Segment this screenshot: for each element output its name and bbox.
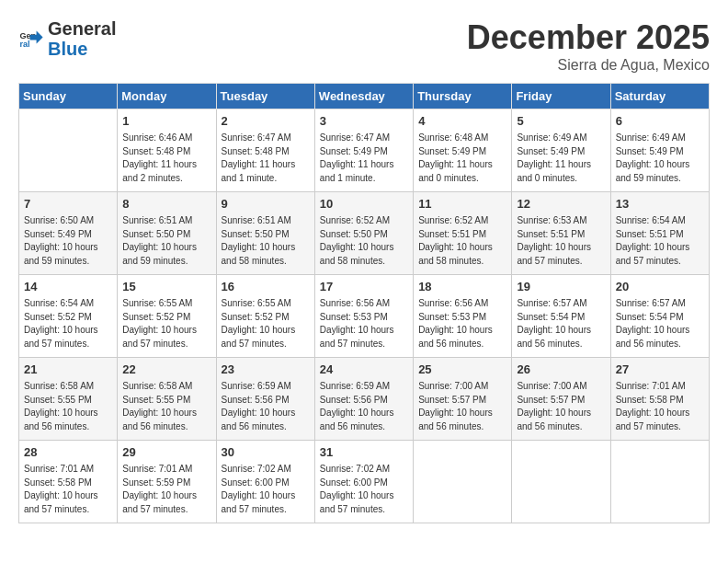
day-info: Sunrise: 6:49 AM Sunset: 5:49 PM Dayligh… [517,132,605,185]
calendar-cell: 16Sunrise: 6:55 AM Sunset: 5:52 PM Dayli… [216,275,314,358]
calendar-table: SundayMondayTuesdayWednesdayThursdayFrid… [18,83,710,523]
calendar-cell: 19Sunrise: 6:57 AM Sunset: 5:54 PM Dayli… [512,275,610,358]
day-number: 1 [122,113,210,130]
logo: Gene ral General Blue [18,18,116,59]
day-number: 25 [418,362,506,378]
calendar-cell: 13Sunrise: 6:54 AM Sunset: 5:51 PM Dayli… [610,192,709,275]
day-info: Sunrise: 6:56 AM Sunset: 5:53 PM Dayligh… [418,297,506,350]
day-info: Sunrise: 6:48 AM Sunset: 5:49 PM Dayligh… [418,132,506,185]
day-number: 4 [418,113,506,130]
day-info: Sunrise: 6:49 AM Sunset: 5:49 PM Dayligh… [616,132,704,185]
calendar-cell: 26Sunrise: 7:00 AM Sunset: 5:57 PM Dayli… [512,358,610,441]
day-number: 21 [24,362,112,378]
day-info: Sunrise: 6:51 AM Sunset: 5:50 PM Dayligh… [222,214,310,268]
logo-text-line1: General [48,18,116,39]
day-info: Sunrise: 6:56 AM Sunset: 5:53 PM Dayligh… [320,297,408,350]
day-info: Sunrise: 6:55 AM Sunset: 5:52 PM Dayligh… [122,297,210,350]
calendar-cell: 6Sunrise: 6:49 AM Sunset: 5:49 PM Daylig… [610,109,709,192]
day-number: 13 [616,196,704,213]
calendar-cell: 15Sunrise: 6:55 AM Sunset: 5:52 PM Dayli… [118,275,216,358]
calendar-cell: 23Sunrise: 6:59 AM Sunset: 5:56 PM Dayli… [216,358,314,441]
header-saturday: Saturday [610,84,709,109]
day-info: Sunrise: 6:46 AM Sunset: 5:48 PM Dayligh… [122,132,210,185]
day-info: Sunrise: 7:01 AM Sunset: 5:58 PM Dayligh… [616,380,704,433]
day-info: Sunrise: 7:00 AM Sunset: 5:57 PM Dayligh… [418,380,506,433]
day-number: 12 [517,196,605,213]
calendar-cell: 21Sunrise: 6:58 AM Sunset: 5:55 PM Dayli… [19,358,118,441]
calendar-cell: 9Sunrise: 6:51 AM Sunset: 5:50 PM Daylig… [216,192,314,275]
day-number: 18 [418,279,506,295]
day-number: 27 [616,362,704,378]
calendar-cell: 18Sunrise: 6:56 AM Sunset: 5:53 PM Dayli… [414,275,512,358]
calendar-cell: 2Sunrise: 6:47 AM Sunset: 5:48 PM Daylig… [216,109,314,192]
day-number: 30 [222,444,310,461]
location-subtitle: Sierra de Agua, Mexico [467,57,710,74]
calendar-cell: 22Sunrise: 6:58 AM Sunset: 5:55 PM Dayli… [118,358,216,441]
day-info: Sunrise: 6:55 AM Sunset: 5:52 PM Dayligh… [222,297,310,350]
header-friday: Friday [512,84,610,109]
calendar-cell: 7Sunrise: 6:50 AM Sunset: 5:49 PM Daylig… [19,192,118,275]
calendar-cell: 14Sunrise: 6:54 AM Sunset: 5:52 PM Dayli… [19,275,118,358]
day-info: Sunrise: 6:59 AM Sunset: 5:56 PM Dayligh… [222,380,310,433]
day-info: Sunrise: 6:47 AM Sunset: 5:49 PM Dayligh… [320,132,408,185]
day-info: Sunrise: 7:02 AM Sunset: 6:00 PM Dayligh… [222,463,310,516]
header-tuesday: Tuesday [216,84,314,109]
day-info: Sunrise: 6:53 AM Sunset: 5:51 PM Dayligh… [517,214,605,268]
calendar-cell [414,441,512,523]
header-monday: Monday [118,84,216,109]
calendar-cell [512,441,610,523]
calendar-cell [19,109,118,192]
day-info: Sunrise: 6:57 AM Sunset: 5:54 PM Dayligh… [616,297,704,350]
day-number: 26 [517,362,605,378]
calendar-cell: 24Sunrise: 6:59 AM Sunset: 5:56 PM Dayli… [314,358,413,441]
calendar-header: SundayMondayTuesdayWednesdayThursdayFrid… [19,84,710,109]
day-number: 17 [320,279,408,295]
calendar-cell: 25Sunrise: 7:00 AM Sunset: 5:57 PM Dayli… [414,358,512,441]
day-number: 31 [320,444,408,461]
day-info: Sunrise: 7:01 AM Sunset: 5:58 PM Dayligh… [24,463,112,516]
day-info: Sunrise: 6:47 AM Sunset: 5:48 PM Dayligh… [222,132,310,185]
day-number: 6 [616,113,704,130]
calendar-cell: 12Sunrise: 6:53 AM Sunset: 5:51 PM Dayli… [512,192,610,275]
svg-text:ral: ral [19,40,29,49]
header-thursday: Thursday [414,84,512,109]
calendar-cell: 5Sunrise: 6:49 AM Sunset: 5:49 PM Daylig… [512,109,610,192]
day-number: 29 [122,444,210,461]
calendar-cell: 20Sunrise: 6:57 AM Sunset: 5:54 PM Dayli… [610,275,709,358]
day-number: 28 [24,444,112,461]
day-number: 2 [222,113,310,130]
day-number: 8 [122,196,210,213]
calendar-cell: 31Sunrise: 7:02 AM Sunset: 6:00 PM Dayli… [314,441,413,523]
day-number: 23 [222,362,310,378]
logo-icon: Gene ral [18,26,44,52]
day-info: Sunrise: 6:57 AM Sunset: 5:54 PM Dayligh… [517,297,605,350]
calendar-cell: 1Sunrise: 6:46 AM Sunset: 5:48 PM Daylig… [118,109,216,192]
calendar-cell: 4Sunrise: 6:48 AM Sunset: 5:49 PM Daylig… [414,109,512,192]
calendar-cell: 8Sunrise: 6:51 AM Sunset: 5:50 PM Daylig… [118,192,216,275]
month-title: December 2025 [467,18,710,57]
day-number: 14 [24,279,112,295]
day-number: 19 [517,279,605,295]
day-info: Sunrise: 6:50 AM Sunset: 5:49 PM Dayligh… [24,214,112,268]
day-info: Sunrise: 7:02 AM Sunset: 6:00 PM Dayligh… [320,463,408,516]
day-number: 24 [320,362,408,378]
day-info: Sunrise: 6:58 AM Sunset: 5:55 PM Dayligh… [122,380,210,433]
calendar-cell: 28Sunrise: 7:01 AM Sunset: 5:58 PM Dayli… [19,441,118,523]
day-number: 11 [418,196,506,213]
day-number: 5 [517,113,605,130]
day-info: Sunrise: 6:52 AM Sunset: 5:51 PM Dayligh… [418,214,506,268]
logo-text-line2: Blue [48,39,116,59]
calendar-cell: 10Sunrise: 6:52 AM Sunset: 5:50 PM Dayli… [314,192,413,275]
calendar-cell [610,441,709,523]
calendar-cell: 30Sunrise: 7:02 AM Sunset: 6:00 PM Dayli… [216,441,314,523]
day-info: Sunrise: 6:58 AM Sunset: 5:55 PM Dayligh… [24,380,112,433]
calendar-cell: 29Sunrise: 7:01 AM Sunset: 5:59 PM Dayli… [118,441,216,523]
day-info: Sunrise: 6:51 AM Sunset: 5:50 PM Dayligh… [122,214,210,268]
day-number: 10 [320,196,408,213]
day-number: 9 [222,196,310,213]
day-number: 15 [122,279,210,295]
calendar-cell: 27Sunrise: 7:01 AM Sunset: 5:58 PM Dayli… [610,358,709,441]
day-number: 22 [122,362,210,378]
calendar-cell: 11Sunrise: 6:52 AM Sunset: 5:51 PM Dayli… [414,192,512,275]
day-info: Sunrise: 6:54 AM Sunset: 5:52 PM Dayligh… [24,297,112,350]
